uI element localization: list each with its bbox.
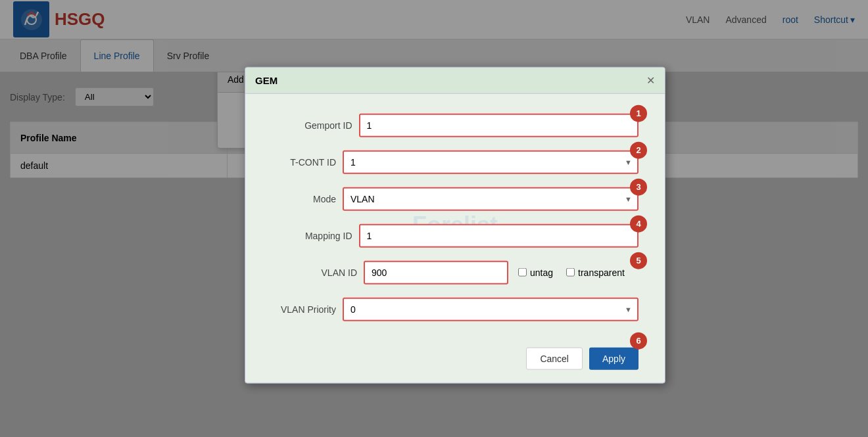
transparent-label: transparent: [578, 267, 625, 277]
step-badge-6: 6: [630, 332, 647, 349]
step-badge-2: 2: [630, 141, 647, 158]
vlan-checkbox-group: untag transparent: [518, 267, 625, 277]
vlan-id-label: VLAN ID: [272, 267, 357, 277]
mode-row: Mode VLAN 3: [272, 187, 639, 210]
vlan-priority-select-wrapper: 0: [343, 297, 639, 321]
mode-select[interactable]: VLAN: [343, 187, 639, 210]
cancel-button[interactable]: Cancel: [526, 347, 583, 369]
gem-dialog-footer: Cancel Apply 6: [245, 340, 665, 369]
gemport-id-input[interactable]: [359, 113, 639, 137]
step-badge-4: 4: [630, 215, 647, 232]
apply-button[interactable]: Apply: [589, 347, 639, 369]
mode-label: Mode: [272, 193, 336, 204]
step-badge-3: 3: [630, 178, 647, 195]
tcont-id-select[interactable]: 1: [343, 150, 639, 173]
vlan-id-group: untag transparent: [364, 260, 625, 284]
mode-select-wrapper: VLAN: [343, 187, 639, 210]
transparent-checkbox-item: transparent: [566, 267, 625, 277]
vlan-id-row: VLAN ID untag transparent: [272, 260, 639, 284]
untag-checkbox[interactable]: [518, 268, 527, 277]
gem-dialog-close[interactable]: ✕: [646, 74, 655, 86]
gem-dialog: GEM ✕ Forelist Gemport ID 1 T-CONT ID 1: [245, 72, 665, 383]
untag-checkbox-item: untag: [518, 267, 553, 277]
gem-dialog-title: GEM: [255, 74, 277, 85]
main-content: Display Type: All Profile Name Setting A…: [0, 72, 868, 437]
gem-dialog-body: Forelist Gemport ID 1 T-CONT ID 1 2: [245, 93, 665, 340]
gemport-id-row: Gemport ID 1: [272, 113, 639, 137]
transparent-checkbox[interactable]: [566, 268, 575, 277]
vlan-id-input[interactable]: [364, 260, 508, 284]
step-badge-5: 5: [630, 252, 647, 269]
vlan-priority-label: VLAN Priority: [272, 304, 336, 314]
untag-label: untag: [530, 267, 553, 277]
tcont-id-row: T-CONT ID 1 2: [272, 150, 639, 173]
mapping-id-input[interactable]: [359, 223, 639, 247]
mapping-id-label: Mapping ID: [272, 230, 352, 241]
vlan-priority-select[interactable]: 0: [343, 297, 639, 321]
tcont-id-select-wrapper: 1: [343, 150, 639, 173]
vlan-priority-row: VLAN Priority 0: [272, 297, 639, 321]
mapping-id-row: Mapping ID 4: [272, 223, 639, 247]
step-badge-1: 1: [630, 104, 647, 122]
gem-dialog-header: GEM ✕: [245, 72, 665, 93]
tcont-id-label: T-CONT ID: [272, 156, 336, 167]
gemport-id-label: Gemport ID: [272, 120, 352, 130]
